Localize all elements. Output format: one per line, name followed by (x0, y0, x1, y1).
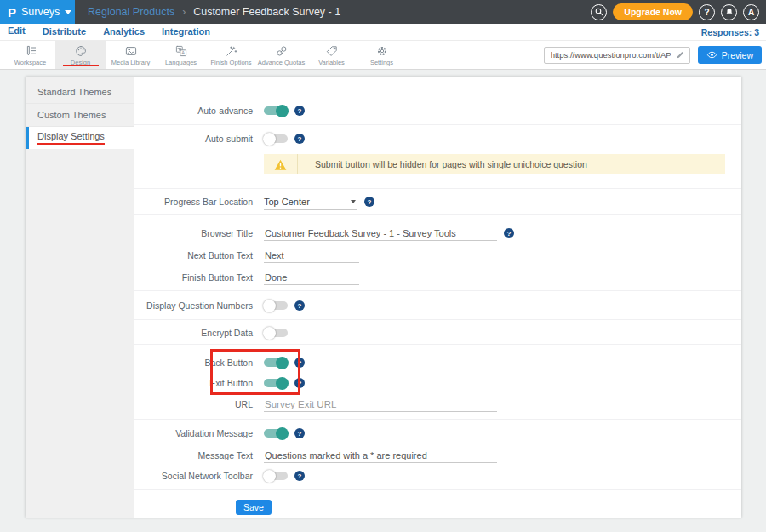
search-button[interactable] (591, 4, 607, 20)
toolbar-tab-label: Design (71, 59, 90, 66)
bell-icon (724, 7, 735, 17)
chevron-down-icon (65, 10, 71, 14)
toolbar-right: Preview (544, 41, 766, 69)
auto-submit-toggle[interactable] (264, 134, 288, 143)
auto-submit-label: Auto-submit (134, 134, 253, 144)
edit-toolbar: Workspace Design Media Library A Languag… (0, 41, 766, 70)
breadcrumb-folder[interactable]: Regional Products (88, 6, 174, 18)
help-button[interactable]: ? (699, 4, 715, 20)
variables-icon (325, 44, 339, 58)
toolbar-tab-design[interactable]: Design (55, 41, 106, 69)
design-sidebar: Standard Themes Custom Themes Display Se… (26, 77, 134, 518)
surveys-menu-label: Surveys (21, 6, 60, 18)
setting-row-auto-advance: Auto-advance ? (134, 102, 741, 119)
exit-url-label: URL (134, 399, 253, 409)
back-button-label: Back Button (134, 358, 253, 368)
message-text-label: Message Text (134, 450, 253, 460)
upgrade-now-button[interactable]: Upgrade Now (613, 3, 693, 20)
progress-bar-location-select[interactable]: Top Center (264, 194, 357, 210)
account-avatar[interactable]: A (743, 4, 759, 20)
languages-icon: A (174, 44, 188, 58)
sidebar-item-standard-themes[interactable]: Standard Themes (26, 81, 134, 104)
sidebar-item-custom-themes[interactable]: Custom Themes (26, 104, 134, 127)
help-icon[interactable]: ? (294, 471, 305, 481)
toolbar-tab-label: Variables (318, 59, 345, 66)
toolbar-tab-settings[interactable]: Settings (357, 41, 407, 69)
toolbar-tab-variables[interactable]: Variables (306, 41, 357, 69)
surveys-menu[interactable]: P Surveys (0, 0, 75, 24)
toolbar-tab-workspace[interactable]: Workspace (5, 41, 55, 69)
eye-icon (706, 50, 717, 60)
encrypt-data-toggle[interactable] (264, 329, 288, 337)
auto-advance-toggle[interactable] (264, 106, 288, 115)
help-icon[interactable]: ? (294, 106, 305, 116)
auto-advance-label: Auto-advance (134, 106, 253, 116)
toolbar-tab-media-library[interactable]: Media Library (106, 41, 156, 69)
warning-triangle-icon (274, 159, 287, 170)
save-button[interactable]: Save (236, 500, 272, 515)
nav-tab-edit[interactable]: Edit (8, 26, 26, 37)
setting-row-social-network-toolbar: Social Network Toolbar ? (134, 467, 741, 484)
breadcrumb: Regional Products › Customer Feedback Su… (88, 6, 340, 18)
help-icon[interactable]: ? (294, 300, 305, 311)
setting-row-progress-bar-location: Progress Bar Location Top Center ? (134, 193, 741, 210)
edit-pencil-icon[interactable] (676, 50, 685, 60)
social-network-toolbar-toggle[interactable] (264, 472, 288, 480)
finish-button-text-label: Finish Button Text (134, 272, 253, 283)
browser-title-label: Browser Title (134, 228, 253, 238)
help-icon[interactable]: ? (504, 228, 514, 238)
warning-icon-cell (264, 154, 298, 174)
setting-row-validation-message: Validation Message ? (134, 425, 741, 442)
social-network-toolbar-label: Social Network Toolbar (134, 471, 253, 481)
setting-row-back-button: Back Button ? (134, 354, 741, 371)
section-divider (134, 214, 741, 215)
setting-row-finish-button-text: Finish Button Text (134, 269, 741, 286)
toolbar-tab-languages[interactable]: A Languages (156, 41, 206, 69)
help-icon[interactable]: ? (364, 197, 374, 207)
topbar-actions: Upgrade Now ? A (591, 3, 766, 20)
back-button-toggle[interactable] (264, 358, 288, 367)
encrypt-data-label: Encrypt Data (134, 328, 253, 338)
toolbar-tab-label: Settings (370, 59, 393, 66)
setting-row-next-button-text: Next Button Text (134, 247, 741, 264)
help-icon[interactable]: ? (294, 378, 305, 388)
chevron-down-icon (351, 200, 356, 203)
setting-row-browser-title: Browser Title ? (134, 225, 741, 242)
sidebar-item-display-settings[interactable]: Display Settings (26, 127, 134, 149)
message-text-input[interactable] (264, 448, 497, 463)
help-icon[interactable]: ? (294, 358, 305, 368)
validation-message-label: Validation Message (134, 428, 253, 438)
setting-row-display-question-numbers: Display Question Numbers ? (134, 297, 741, 314)
help-icon[interactable]: ? (294, 428, 305, 438)
toolbar-tab-finish-options[interactable]: Finish Options (206, 41, 256, 69)
toolbar-tab-label: Finish Options (211, 59, 252, 66)
next-button-text-input[interactable] (264, 248, 359, 263)
exit-url-input[interactable] (264, 397, 497, 412)
exit-button-toggle[interactable] (264, 379, 288, 387)
setting-row-message-text: Message Text (134, 447, 741, 464)
section-divider (134, 419, 741, 420)
responses-count[interactable]: Responses: 3 (701, 27, 766, 37)
next-button-text-label: Next Button Text (134, 250, 253, 260)
svg-text:A: A (181, 50, 185, 55)
preview-button[interactable]: Preview (698, 46, 762, 64)
search-icon (594, 7, 604, 17)
help-icon[interactable]: ? (294, 134, 305, 144)
progress-bar-location-value: Top Center (264, 197, 310, 207)
finish-button-text-input[interactable] (264, 270, 359, 285)
exit-button-label: Exit Button (134, 378, 253, 388)
top-bar: P Surveys Regional Products › Customer F… (0, 0, 766, 24)
section-divider (134, 124, 741, 125)
display-question-numbers-toggle[interactable] (264, 301, 288, 310)
validation-message-toggle[interactable] (264, 429, 288, 438)
toolbar-tab-advance-quotas[interactable]: Advance Quotas (256, 41, 306, 69)
display-settings-form: Auto-advance ? Auto-submit ? Submit butt… (134, 77, 741, 518)
browser-title-input[interactable] (264, 226, 497, 241)
nav-tab-distribute[interactable]: Distribute (43, 27, 86, 37)
nav-tab-integration[interactable]: Integration (162, 27, 210, 37)
question-icon: ? (704, 8, 709, 17)
nav-tab-analytics[interactable]: Analytics (103, 27, 145, 37)
section-divider (134, 290, 741, 291)
survey-url-input[interactable] (549, 49, 672, 60)
notifications-button[interactable] (721, 4, 737, 20)
